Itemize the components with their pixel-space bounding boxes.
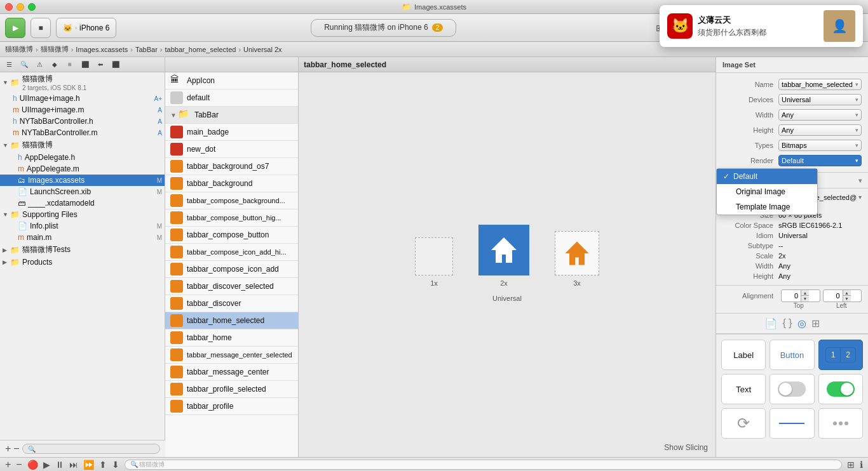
asset-compose-bg[interactable]: tabbar_compose_background... — [165, 192, 298, 209]
asset-main-badge[interactable]: main_badge — [165, 124, 298, 141]
widget-tab-2[interactable]: 2 — [841, 347, 856, 362]
asset-message[interactable]: tabbar_message_center — [165, 364, 298, 381]
asset-tabbar-bg-os7[interactable]: tabbar_background_os7 — [165, 158, 298, 175]
asset-appicon[interactable]: 🏛 AppIcon — [165, 72, 298, 90]
sidebar-tb-7[interactable]: ⬅ — [94, 59, 107, 70]
add-status-btn[interactable]: + — [5, 459, 11, 470]
project-root[interactable]: ▼ 📁 猫猫微博 2 targets, iOS SDK 8.1 — [0, 72, 165, 93]
asset-default[interactable]: default — [165, 90, 298, 107]
sidebar-file-launchscreen[interactable]: 📄 LaunchScreen.xib M — [0, 186, 165, 197]
widget-line-box[interactable] — [770, 408, 814, 439]
panel-tab-code[interactable]: { } — [782, 317, 792, 329]
minimize-button[interactable] — [17, 3, 24, 11]
sidebar-tb-8[interactable]: ⬛ — [109, 59, 122, 70]
sidebar-group-main[interactable]: ▼ 📁 猫猫微博 — [0, 138, 165, 152]
sidebar-tb-6[interactable]: ⬛ — [79, 59, 92, 70]
sidebar-file-nytabbar-m[interactable]: m NYTabBarController.m A — [0, 127, 165, 138]
alignment-left-down[interactable]: ▼ — [843, 296, 851, 302]
sidebar-file-nytabbar-h[interactable]: h NYTabBarController.h A — [0, 116, 165, 127]
statusbar-step-icon[interactable]: ⏭ — [69, 460, 78, 470]
breadcrumb-item-4[interactable]: TabBar — [135, 46, 158, 53]
sidebar-tb-3[interactable]: ⚠ — [33, 59, 46, 70]
add-button[interactable]: + — [5, 443, 11, 454]
asset-discover-selected[interactable]: tabbar_discover_selected — [165, 278, 298, 295]
sidebar-file-main-m[interactable]: m main.m M — [0, 232, 165, 243]
statusbar-pause-icon[interactable]: ⏸ — [55, 460, 64, 470]
width-select[interactable]: Any ▾ — [778, 109, 862, 121]
sidebar-file-images-xcassets[interactable]: 🗂 Images.xcassets M — [0, 175, 165, 186]
asset-discover[interactable]: tabbar_discover — [165, 295, 298, 312]
render-option-template[interactable]: Template Image — [717, 199, 817, 215]
stop-button[interactable]: ■ — [31, 18, 51, 38]
asset-profile-selected[interactable]: tabbar_profile_selected — [165, 381, 298, 398]
widget-toggle-off-box[interactable] — [770, 374, 814, 404]
widget-tabs-box[interactable]: 1 2 — [818, 340, 863, 370]
show-slicing-button[interactable]: Show Slicing — [664, 443, 708, 452]
asset-new-dot[interactable]: new_dot — [165, 141, 298, 158]
height-select[interactable]: Any ▾ — [778, 124, 862, 136]
remove-button[interactable]: − — [13, 443, 19, 454]
statusbar-up-icon[interactable]: ⬆ — [99, 460, 107, 470]
statusbar-play-icon[interactable]: ▶ — [43, 460, 50, 470]
sidebar-file-appdelegate-m[interactable]: m AppDelegate.m — [0, 163, 165, 175]
asset-tabbar-folder[interactable]: ▼ 📁 TabBar — [165, 107, 298, 124]
breadcrumb-item-3[interactable]: Images.xcassets — [76, 46, 128, 53]
sidebar-file-infoplist[interactable]: 📄 Info.plist M — [0, 220, 165, 232]
widget-tab-1[interactable]: 1 — [825, 347, 841, 362]
close-button[interactable] — [5, 3, 13, 11]
statusbar-info-icon[interactable]: ℹ — [860, 460, 863, 470]
statusbar-search-input[interactable]: 🔍 猫猫微博 — [125, 460, 842, 470]
asset-profile[interactable]: tabbar_profile — [165, 398, 298, 415]
panel-tab-grid[interactable]: ⊞ — [811, 317, 820, 329]
slot-2x[interactable]: 2x — [478, 225, 529, 287]
breadcrumb-item-1[interactable]: 猫猫微博 — [5, 44, 33, 54]
render-dropdown[interactable]: ✓ Default Original Image Template Image — [716, 168, 818, 215]
widget-spinner-box[interactable]: ⟳ — [721, 408, 766, 439]
device-selector[interactable]: 🐱 › iPhone 6 — [56, 18, 116, 38]
breadcrumb-item-5[interactable]: tabbar_home_selected — [165, 46, 236, 53]
sidebar-group-products[interactable]: ▶ 📁 Products — [0, 256, 165, 268]
asset-compose-icon-add[interactable]: tabbar_compose_icon_add — [165, 261, 298, 278]
maximize-button[interactable] — [28, 3, 36, 11]
sidebar-file-uiimage-m[interactable]: m UIImage+image.m A — [0, 104, 165, 116]
alignment-left-up[interactable]: ▲ — [843, 290, 851, 296]
asset-compose-icon-add-hi[interactable]: tabbar_compose_icon_add_hi... — [165, 244, 298, 261]
name-select[interactable]: tabbar_home_selected ▾ — [778, 79, 862, 90]
slot-2x-box[interactable] — [478, 225, 529, 275]
sidebar-group-tests[interactable]: ▶ 📁 猫猫微博Tests — [0, 243, 165, 256]
alignment-left-input[interactable] — [824, 291, 843, 301]
image-section-expand[interactable]: ▾ — [858, 177, 862, 184]
sidebar-tb-4[interactable]: ◆ — [48, 59, 61, 70]
render-option-default[interactable]: ✓ Default — [717, 169, 817, 184]
render-option-original[interactable]: Original Image — [717, 184, 817, 199]
sidebar-file-appdelegate-h[interactable]: h AppDelegate.h — [0, 152, 165, 163]
widget-dots-box[interactable] — [818, 408, 863, 439]
widget-button-box[interactable]: Button — [770, 340, 814, 370]
asset-tabbar-bg[interactable]: tabbar_background — [165, 175, 298, 192]
alignment-top-up[interactable]: ▲ — [801, 290, 809, 296]
sidebar-tb-1[interactable]: ☰ — [3, 59, 15, 70]
slot-3x-box[interactable] — [555, 231, 599, 275]
widget-toggle-on-box[interactable] — [818, 374, 863, 404]
asset-home-selected[interactable]: tabbar_home_selected — [165, 312, 298, 329]
statusbar-grid-icon[interactable]: ⊞ — [847, 460, 855, 470]
statusbar-down-icon[interactable]: ⬇ — [112, 460, 119, 470]
panel-tab-image[interactable]: ◎ — [797, 317, 806, 329]
devices-select[interactable]: Universal ▾ — [778, 94, 862, 105]
sidebar-file-xcdatamodel[interactable]: 🗃 ____.xcdatamodeld — [0, 197, 165, 209]
slot-1x-box[interactable] — [415, 237, 453, 275]
widget-toggle-on[interactable] — [827, 381, 855, 397]
asset-compose-btn-hig[interactable]: tabbar_compose_button_hig... — [165, 209, 298, 227]
sidebar-tb-5[interactable]: ≡ — [64, 59, 76, 70]
render-select[interactable]: Default ▾ — [778, 155, 862, 166]
types-select[interactable]: Bitmaps ▾ — [778, 140, 862, 151]
asset-home[interactable]: tabbar_home — [165, 329, 298, 347]
sidebar-tb-2[interactable]: 🔍 — [18, 59, 31, 70]
widget-label-box[interactable]: Label — [721, 340, 766, 370]
statusbar-warning-icon[interactable]: 🔴 — [27, 460, 38, 470]
play-button[interactable]: ▶ — [5, 18, 25, 38]
slot-1x[interactable]: 1x — [415, 237, 453, 287]
asset-compose-btn[interactable]: tabbar_compose_button — [165, 227, 298, 244]
sidebar-group-supporting[interactable]: ▼ 📁 Supporting Files — [0, 209, 165, 220]
breadcrumb-item-2[interactable]: 猫猫微博 — [41, 44, 69, 54]
